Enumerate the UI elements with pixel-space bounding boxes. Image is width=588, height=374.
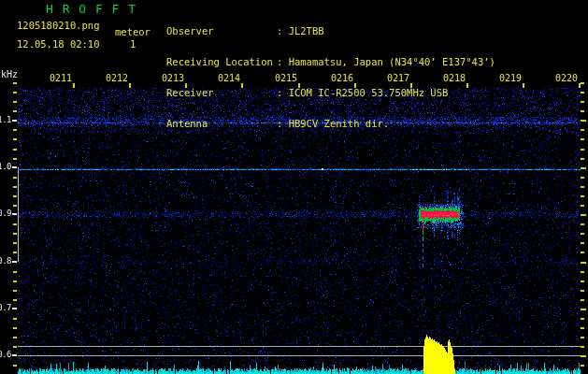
freq-minor-tick-right xyxy=(581,205,584,207)
freq-minor-tick-right xyxy=(581,271,584,273)
station-value: : Hamamatsu, Japan (N34°40’ E137°43’) xyxy=(277,56,495,67)
freq-minor-tick-right xyxy=(581,290,584,292)
time-tick xyxy=(579,83,581,88)
freq-minor-tick-left xyxy=(13,92,17,94)
station-row-location: Receiving Location: Hamamatsu, Japan (N3… xyxy=(166,57,495,67)
freq-major-tick-left xyxy=(12,354,17,356)
hrofft-screen: H R O F F T 1205180210.png meteor 12.05.… xyxy=(0,0,588,374)
freq-minor-tick-left xyxy=(13,195,17,197)
freq-major-tick-right xyxy=(581,262,586,264)
freq-minor-tick-left xyxy=(13,205,17,207)
freq-minor-tick-right xyxy=(581,195,584,197)
freq-minor-tick-left xyxy=(13,365,17,367)
station-label: Observer xyxy=(166,26,277,36)
freq-minor-tick-right xyxy=(581,223,584,225)
freq-minor-tick-left xyxy=(13,280,17,282)
freq-minor-tick-left xyxy=(13,158,17,160)
freq-minor-tick-right xyxy=(581,242,584,244)
freq-minor-tick-left xyxy=(13,223,17,225)
time-tick xyxy=(523,83,524,88)
freq-minor-tick-right xyxy=(581,299,584,301)
freq-minor-tick-left xyxy=(13,346,17,348)
freq-major-tick-right xyxy=(581,355,586,357)
time-tick xyxy=(73,83,75,88)
station-label: Antenna xyxy=(166,119,277,129)
freq-tick-label: 0.7 xyxy=(0,303,11,312)
freq-minor-tick-left xyxy=(13,110,17,112)
freq-minor-tick-left xyxy=(13,82,17,84)
time-tick xyxy=(129,83,131,88)
freq-minor-tick-left xyxy=(13,327,17,329)
freq-minor-tick-left xyxy=(13,252,17,253)
freq-minor-tick-right xyxy=(581,82,584,84)
freq-major-tick-left xyxy=(12,166,17,168)
freq-tick-label: 0.9 xyxy=(0,209,11,218)
freq-minor-tick-right xyxy=(581,138,584,140)
freq-major-tick-right xyxy=(581,214,586,216)
time-tick xyxy=(466,83,468,88)
time-tick-label: 0213 xyxy=(156,73,184,83)
station-value: : HB9CV Zenith dir. xyxy=(277,118,389,129)
freq-minor-tick-right xyxy=(581,365,584,367)
time-tick-label: 0219 xyxy=(494,73,522,83)
freq-major-tick-left xyxy=(12,261,17,263)
time-tick-label: 0212 xyxy=(100,73,128,83)
station-label: Receiving Location xyxy=(166,57,277,67)
freq-minor-tick-right xyxy=(581,327,584,329)
freq-tick-label: 0.6 xyxy=(0,350,11,359)
freq-minor-tick-left xyxy=(13,138,17,140)
meteor-count-value: 1 xyxy=(130,38,136,50)
freq-minor-tick-left xyxy=(13,149,17,151)
date-time-label: 12.05.18 02:10 xyxy=(17,38,100,50)
freq-major-tick-left xyxy=(12,308,17,309)
output-filename: 1205180210.png xyxy=(17,20,100,31)
freq-major-tick-right xyxy=(581,309,586,310)
freq-minor-tick-right xyxy=(581,158,584,160)
freq-tick-label: 1.1 xyxy=(0,115,11,124)
station-value: : JL2TBB xyxy=(277,25,324,36)
time-tick xyxy=(298,83,300,88)
freq-minor-tick-right xyxy=(581,101,584,103)
freq-minor-tick-right xyxy=(581,129,584,131)
freq-minor-tick-right xyxy=(581,177,584,179)
freq-major-tick-right xyxy=(581,167,586,169)
freq-major-tick-left xyxy=(12,213,17,215)
time-tick-label: 0217 xyxy=(381,73,409,83)
freq-minor-tick-left xyxy=(13,129,17,131)
freq-minor-tick-right xyxy=(581,233,584,235)
freq-major-tick-left xyxy=(12,120,17,122)
freq-minor-tick-left xyxy=(13,233,17,235)
freq-tick-label: 1.0 xyxy=(0,162,11,171)
freq-minor-tick-left xyxy=(13,177,17,179)
freq-minor-tick-left xyxy=(13,299,17,301)
freq-unit-label: kHz xyxy=(1,69,18,79)
app-title: H R O F F T xyxy=(46,2,136,16)
station-row-observer: Observer: JL2TBB xyxy=(166,26,495,36)
time-tick-label: 0211 xyxy=(44,73,72,83)
freq-minor-tick-left xyxy=(13,242,17,244)
time-tick-label: 0215 xyxy=(269,73,297,83)
station-row-receiver: Receiver: ICOM IC-R2500 53.750MHz USB xyxy=(166,88,495,98)
freq-minor-tick-left xyxy=(13,186,17,188)
freq-tick-label: 0.8 xyxy=(0,256,11,266)
freq-major-tick-right xyxy=(581,120,586,122)
time-tick xyxy=(410,83,412,88)
time-tick xyxy=(241,83,243,88)
freq-minor-tick-left xyxy=(13,318,17,320)
freq-minor-tick-right xyxy=(581,110,584,112)
time-tick-label: 0220 xyxy=(550,73,578,83)
freq-minor-tick-left xyxy=(13,290,17,292)
freq-minor-tick-left xyxy=(13,101,17,103)
station-value: : ICOM IC-R2500 53.750MHz USB xyxy=(277,87,448,98)
freq-minor-tick-left xyxy=(13,271,17,273)
time-tick xyxy=(354,83,356,88)
station-label: Receiver xyxy=(166,88,277,98)
freq-minor-tick-right xyxy=(581,252,584,253)
freq-minor-tick-right xyxy=(581,186,584,188)
time-tick-label: 0214 xyxy=(212,73,240,83)
freq-minor-tick-right xyxy=(581,346,584,348)
freq-minor-tick-right xyxy=(581,92,584,94)
time-tick xyxy=(185,83,187,88)
freq-minor-tick-left xyxy=(13,337,17,338)
station-row-antenna: Antenna: HB9CV Zenith dir. xyxy=(166,119,495,129)
